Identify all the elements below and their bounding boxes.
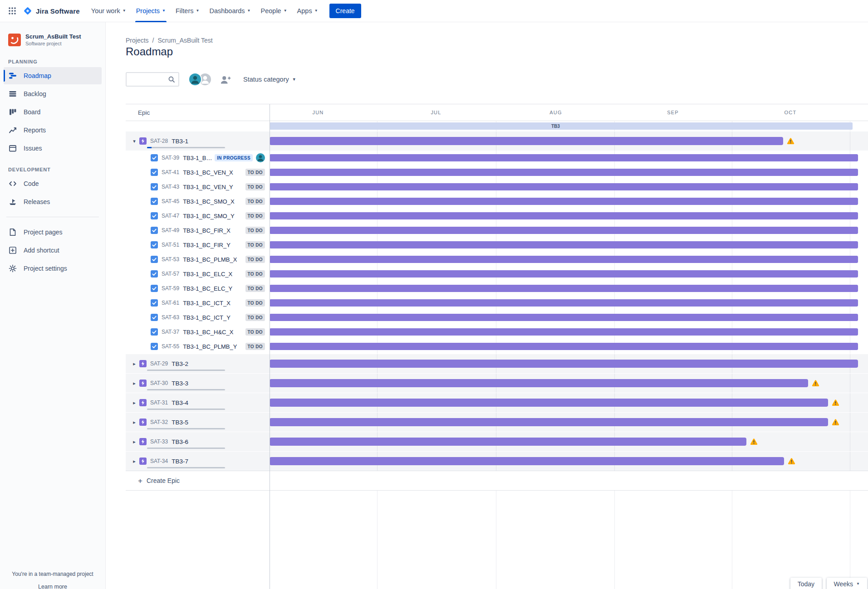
task-row-sat-39[interactable]: SAT-39TB3-1_BC_...IN PROGRESS [126,151,868,165]
nav-item-dashboards[interactable]: Dashboards▼ [204,0,255,22]
breadcrumb-projects[interactable]: Projects [126,37,149,44]
task-icon [151,169,158,176]
epic-row-sat-33[interactable]: ▸SAT-33TB3-6 [126,432,868,451]
timeline-bar[interactable] [270,343,858,350]
create-button[interactable]: Create [329,4,361,18]
assignee-avatar[interactable] [256,153,265,162]
task-row-sat-43[interactable]: SAT-43TB3-1_BC_VEN_YTO DO [126,180,868,194]
chevron-down-icon: ▼ [314,9,318,13]
timeline-bar[interactable] [270,270,858,277]
timeline-bar[interactable] [270,328,858,336]
epic-row-sat-32[interactable]: ▸SAT-32TB3-5 [126,412,868,432]
timeline-bar[interactable] [270,256,858,263]
nav-item-label: Dashboards [209,7,245,15]
task-row-sat-51[interactable]: SAT-51TB3-1_BC_FIR_YTO DO [126,238,868,252]
today-button[interactable]: Today [790,578,822,589]
task-icon [151,285,158,292]
task-row-sat-41[interactable]: SAT-41TB3-1_BC_VEN_XTO DO [126,165,868,180]
avatar-user-1[interactable] [188,73,202,86]
board-icon [8,107,17,117]
sidebar-item-backlog[interactable]: Backlog [4,85,102,102]
chevron-right-icon[interactable]: ▸ [129,419,139,425]
task-row-sat-61[interactable]: SAT-61TB3-1_BC_ICT_XTO DO [126,296,868,310]
month-label: JUL [431,110,441,115]
sidebar-item-add-shortcut[interactable]: Add shortcut [4,242,102,259]
plus-icon: + [138,477,142,485]
app-switcher-icon[interactable] [5,3,20,19]
epic-row-sat-29[interactable]: ▸SAT-29TB3-2 [126,354,868,373]
task-row-sat-53[interactable]: SAT-53TB3-1_BC_PLMB_XTO DO [126,252,868,267]
breadcrumb-separator: / [152,37,154,44]
task-row-sat-59[interactable]: SAT-59TB3-1_BC_ELC_YTO DO [126,281,868,296]
nav-item-people[interactable]: People▼ [256,0,292,22]
sidebar-item-releases[interactable]: Releases [4,193,102,210]
timeline-bar[interactable] [270,457,784,465]
project-header[interactable]: Scrum_AsBuilt Test Software project [4,22,102,49]
sidebar-item-code[interactable]: Code [4,175,102,192]
sidebar-item-board[interactable]: Board [4,103,102,121]
epic-row-sat-31[interactable]: ▸SAT-31TB3-4 [126,393,868,412]
chevron-right-icon[interactable]: ▸ [129,361,139,367]
add-people-icon[interactable] [219,73,231,86]
timeline-bar[interactable] [270,169,858,176]
timeline-bar[interactable] [270,418,828,426]
timeline-bar[interactable] [270,183,858,190]
sprint-label: TB3 [551,124,560,129]
learn-more-link[interactable]: Learn more [0,584,105,589]
timeline-bar[interactable] [270,154,858,161]
epic-row-sat-30[interactable]: ▸SAT-30TB3-3 [126,373,868,393]
nav-item-your-work[interactable]: Your work▼ [86,0,131,22]
chevron-down-icon: ▼ [123,9,126,13]
chevron-right-icon[interactable]: ▸ [129,400,139,406]
timeline-bar[interactable] [270,137,783,145]
timeline-bar[interactable] [270,314,858,321]
epic-progress-bar [147,467,225,468]
timeline-bar[interactable] [270,379,808,387]
task-row-sat-47[interactable]: SAT-47TB3-1_BC_SMO_YTO DO [126,209,868,223]
task-row-sat-55[interactable]: SAT-55TB3-1_BC_PLMB_YTO DO [126,339,868,354]
sidebar-item-project-settings[interactable]: Project settings [4,260,102,277]
sidebar-item-label: Board [24,108,40,116]
epic-name: TB3-6 [172,438,188,445]
task-row-sat-57[interactable]: SAT-57TB3-1_BC_ELC_XTO DO [126,267,868,281]
nav-item-apps[interactable]: Apps▼ [292,0,323,22]
task-row-sat-63[interactable]: SAT-63TB3-1_BC_ICT_YTO DO [126,310,868,325]
timeline-bar[interactable] [270,299,858,307]
nav-item-filters[interactable]: Filters▼ [171,0,204,22]
create-epic-row[interactable]: + Create Epic [126,471,868,491]
sidebar-item-issues[interactable]: Issues [4,140,102,157]
weeks-label: Weeks [834,580,853,588]
timeline-bar[interactable] [270,227,858,234]
timeline-bar[interactable] [270,399,828,407]
timeline-bar[interactable] [270,360,858,368]
timeline-bar[interactable] [270,241,858,248]
jira-logo[interactable]: Jira Software [20,6,86,16]
timeline-bar[interactable] [270,285,858,292]
epic-row-sat-28[interactable]: ▾SAT-28TB3-1 [126,131,868,151]
project-name: Scrum_AsBuilt Test [25,33,81,40]
task-row-sat-37[interactable]: SAT-37TB3-1_BC_H&C_XTO DO [126,325,868,339]
task-row-sat-49[interactable]: SAT-49TB3-1_BC_FIR_XTO DO [126,223,868,238]
chevron-right-icon[interactable]: ▸ [129,458,139,464]
issues-icon [8,144,17,153]
status-badge: TO DO [245,241,265,248]
nav-item-projects[interactable]: Projects▼ [131,0,171,22]
issue-key: SAT-31 [150,399,168,406]
chevron-right-icon[interactable]: ▸ [129,439,139,445]
epic-progress-bar [147,448,225,449]
timeline-bar[interactable] [270,212,858,219]
sidebar-item-project-pages[interactable]: Project pages [4,224,102,241]
search-box [126,72,179,87]
breadcrumb-project-name[interactable]: Scrum_AsBuilt Test [157,37,212,44]
task-row-sat-45[interactable]: SAT-45TB3-1_BC_SMO_XTO DO [126,194,868,209]
weeks-dropdown[interactable]: Weeks ▼ [827,578,867,589]
epic-row-sat-34[interactable]: ▸SAT-34TB3-7 [126,451,868,471]
chevron-right-icon[interactable]: ▸ [129,380,139,386]
timeline-bar[interactable] [270,438,746,446]
sidebar-item-roadmap[interactable]: Roadmap [4,67,102,84]
chevron-down-icon[interactable]: ▾ [129,138,139,144]
sidebar-item-reports[interactable]: Reports [4,122,102,139]
sprint-bar[interactable] [270,122,853,130]
status-category-dropdown[interactable]: Status category ▼ [243,76,296,83]
timeline-bar[interactable] [270,198,858,205]
